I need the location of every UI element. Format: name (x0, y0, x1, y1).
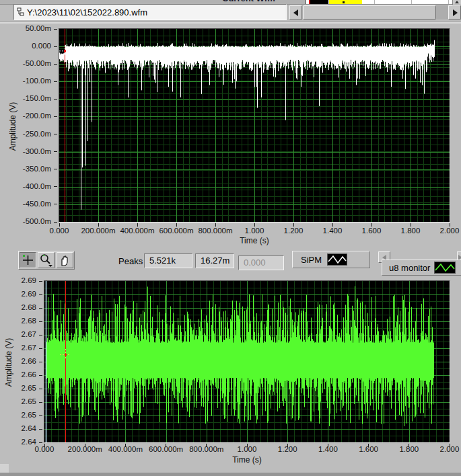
y-axis-tick-mark (39, 335, 42, 335)
y-axis-tick-label: 2.68 (1, 317, 36, 325)
y-axis-tick-label: 2.66 (1, 370, 36, 379)
y-axis-tick-label: 2.65 (1, 411, 36, 419)
y-axis-tick-mark (54, 169, 57, 169)
y-axis-tick-mark (39, 402, 42, 403)
plot-color-cell[interactable] (309, 0, 328, 4)
path-glyph-icon (17, 7, 24, 17)
y-axis-tick-label: -200.0m (16, 112, 51, 120)
y-axis-tick-label: 2.64 (1, 424, 36, 432)
zoom-tool-button[interactable] (38, 252, 55, 268)
table-separator (448, 0, 449, 4)
y-axis-tick-mark (39, 321, 42, 322)
y-axis-tick-mark (39, 308, 42, 309)
y-axis-tick-mark (39, 415, 42, 416)
u8-monitor-legend-label: u8 monitor (389, 263, 430, 273)
x-axis-tick-mark (409, 444, 409, 447)
y-axis-tick-mark (39, 294, 42, 295)
wfm-scrollbar[interactable] (289, 5, 461, 19)
y-axis-tick-label: -500.0m (16, 217, 51, 225)
app-window: Current Wfm Y:\2023\11\02\152022.890.wfm (0, 0, 461, 476)
sipm-x-axis-label: Time (s) (59, 236, 450, 245)
x-axis-tick-mark (85, 444, 85, 447)
cursor-tool-button[interactable] (20, 252, 36, 268)
u8-x-axis-label: Time (s) (44, 455, 450, 465)
u8-waveform-canvas[interactable] (44, 281, 450, 442)
y-axis-tick-mark (54, 134, 57, 134)
y-axis-tick-label: -50.00m (16, 59, 51, 67)
scrollbar-thumb[interactable] (303, 5, 436, 19)
scroll-right-button[interactable] (448, 5, 461, 19)
y-axis-tick-mark (39, 442, 42, 443)
table-separator (411, 0, 412, 4)
x-axis-tick-label: 2.000 (423, 227, 461, 235)
magnifier-icon (38, 253, 54, 268)
sipm-plot-style-icon[interactable] (327, 253, 347, 266)
waveform-list-fragment[interactable] (305, 0, 453, 4)
y-axis-tick-mark (54, 29, 57, 30)
wfm-path-field[interactable]: Y:\2023\11\02\152022.890.wfm (13, 4, 287, 20)
x-axis-tick-mark (44, 444, 45, 447)
x-axis-tick-label: 2.000 (423, 445, 461, 453)
x-axis-tick-mark (328, 444, 328, 447)
peaks-label: Peaks (118, 256, 143, 266)
wfm-path-value[interactable]: Y:\2023\11\02\152022.890.wfm (27, 7, 147, 17)
window-bottom-edge (0, 473, 461, 476)
table-scroll-up-button[interactable] (452, 0, 461, 5)
sipm-waveform-canvas[interactable] (59, 29, 450, 222)
x-axis-tick-mark (411, 223, 411, 227)
y-axis-tick-label: 2.69 (1, 276, 36, 284)
y-axis-tick-mark (39, 389, 42, 389)
y-axis-tick-label: 2.69 (1, 290, 36, 298)
sipm-legend[interactable]: SiPM (292, 251, 370, 268)
x-axis-tick-mark (125, 444, 126, 447)
y-axis-tick-mark (39, 362, 42, 362)
peak-aux-field[interactable]: 0.000 (238, 255, 284, 270)
x-axis-tick-mark (215, 223, 216, 227)
u8-monitor-legend[interactable]: u8 monitor (382, 260, 461, 276)
peak-count-field[interactable]: 5.521k (144, 253, 192, 268)
table-separator (374, 0, 375, 4)
x-axis-tick-mark (176, 223, 177, 227)
y-axis-tick-mark (54, 222, 57, 223)
y-axis-tick-label: -450.0m (16, 200, 51, 208)
x-axis-tick-mark (450, 223, 450, 227)
u8-graph-plot[interactable] (44, 280, 450, 443)
y-axis-tick-mark (39, 429, 42, 430)
y-axis-tick-mark (54, 81, 57, 82)
x-axis-tick-mark (368, 444, 369, 447)
peak-value-field[interactable]: 16.27m (195, 253, 234, 268)
y-axis-tick-label: 50.00m (16, 24, 51, 32)
row-mark (343, 1, 345, 3)
graph-palette (18, 251, 75, 270)
y-axis-tick-mark (39, 375, 42, 376)
y-axis-tick-label: -150.0m (16, 94, 51, 102)
x-axis-tick-mark (254, 223, 255, 227)
x-axis-tick-mark (98, 223, 99, 227)
x-axis-tick-mark (247, 444, 248, 447)
red-plot-mark (309, 0, 310, 4)
x-axis-tick-mark (332, 223, 333, 227)
y-axis-tick-mark (54, 46, 57, 47)
pan-tool-button[interactable] (57, 252, 73, 268)
x-axis-tick-mark (293, 223, 294, 227)
up-arrow-icon (455, 1, 459, 3)
x-axis-tick-mark (287, 444, 288, 447)
panel-divider (0, 22, 461, 24)
y-axis-tick-label: 0.000 (16, 42, 51, 50)
sipm-graph-plot[interactable] (59, 28, 450, 223)
hand-icon (57, 253, 73, 268)
y-axis-tick-mark (54, 64, 57, 65)
current-wfm-label: Current Wfm (222, 0, 283, 3)
y-axis-tick-mark (54, 204, 57, 204)
scroll-left-button[interactable] (289, 5, 302, 19)
u8-plot-style-icon[interactable] (434, 262, 456, 274)
y-axis-tick-mark (39, 348, 42, 349)
y-axis-tick-mark (54, 186, 57, 187)
y-axis-tick-label: -100.0m (16, 77, 51, 85)
selected-row-cell[interactable] (329, 0, 362, 4)
y-axis-tick-mark (54, 151, 57, 152)
y-axis-tick-mark (54, 99, 57, 100)
y-axis-tick-label: -350.0m (16, 165, 51, 173)
y-axis-tick-label: 2.67 (1, 344, 36, 352)
y-axis-tick-label: 2.65 (1, 384, 36, 392)
